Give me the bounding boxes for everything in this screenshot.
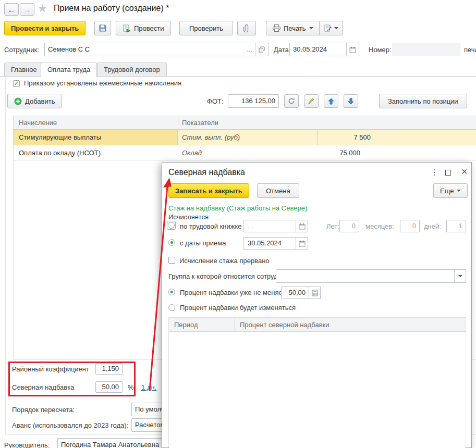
- calendar-icon[interactable]: [346, 43, 359, 56]
- arrow-down-icon: [348, 98, 354, 105]
- cell-accrual[interactable]: Стимулирующие выплаты: [14, 130, 178, 145]
- hire-date-field[interactable]: 30.05.2024: [243, 237, 308, 250]
- date-value[interactable]: 30.05.2024: [290, 43, 346, 56]
- cell-accrual[interactable]: Оплата по окладу (НСОТ): [14, 145, 178, 161]
- fot-field[interactable]: 136 125,00: [228, 94, 279, 108]
- print-label: Печать: [284, 24, 306, 32]
- table-row[interactable]: Оплата по окладу (НСОТ) Оклад 75 000: [14, 145, 476, 161]
- forward-arrow-icon: →: [23, 5, 31, 14]
- more-label: Еще: [440, 187, 454, 195]
- periods-table-body[interactable]: [169, 332, 466, 448]
- cancel-label: Отмена: [266, 187, 290, 195]
- north-bonus-dialog: Северная надбавка ⋮ × Записать и закрыть…: [162, 162, 472, 448]
- page-title: Прием на работу (создание) *: [54, 4, 169, 13]
- check-button[interactable]: Проверить: [179, 21, 233, 35]
- tab-salary-label: Оплата труда: [47, 66, 90, 73]
- manager-field[interactable]: Погодина Тамара Анатольевна: [57, 438, 169, 448]
- post-button[interactable]: Провести: [116, 21, 171, 35]
- cell-value[interactable]: 7 500: [319, 133, 371, 141]
- experience-link[interactable]: Стаж на надбавку (Стаж работы на Севере): [168, 204, 307, 212]
- percent-field[interactable]: 50,00: [281, 287, 309, 299]
- print-button[interactable]: Печать: [266, 21, 320, 35]
- tab-main-label: Главное: [11, 66, 37, 73]
- close-icon[interactable]: ×: [461, 166, 468, 177]
- fill-by-position-button[interactable]: Заполнить по позиции: [379, 94, 467, 108]
- attachments-button[interactable]: [237, 21, 256, 35]
- tab-contract-label: Трудовой договор: [104, 66, 160, 73]
- manager-label: Руководитель:: [4, 441, 50, 448]
- workbook-date-field[interactable]: . .: [243, 220, 308, 232]
- percent-fixed-radio[interactable]: [168, 289, 175, 297]
- column-header-indicators[interactable]: Показатели: [182, 119, 218, 127]
- date-field[interactable]: 30.05.2024: [289, 43, 359, 56]
- cell-divider: [372, 130, 372, 145]
- monthly-accruals-checkbox[interactable]: ✓: [13, 79, 20, 87]
- cell-indicator[interactable]: Оклад: [182, 149, 202, 157]
- cell-indicator[interactable]: Стим. выпл. (руб): [182, 133, 240, 141]
- app-window: ← → ★ Прием на работу (создание) * Прове…: [0, 0, 476, 448]
- fill-by-position-label: Заполнить по позиции: [388, 97, 458, 105]
- recalc-order-label: Порядок пересчета:: [12, 406, 75, 414]
- workbook-radio[interactable]: [167, 221, 176, 230]
- add-label: Добавить: [25, 97, 55, 105]
- open-item-icon[interactable]: [255, 43, 268, 56]
- dialog-menu-icon[interactable]: ⋮: [430, 168, 438, 177]
- hire-date-radio-label: с даты приема: [180, 239, 226, 247]
- cancel-button[interactable]: Отмена: [257, 183, 299, 198]
- column-divider[interactable]: [178, 116, 178, 130]
- months-field[interactable]: 0: [400, 220, 420, 232]
- days-label: дней:: [424, 222, 441, 230]
- move-up-button[interactable]: [324, 94, 338, 108]
- periods-table-header: Период Процент северной надбавки: [169, 318, 466, 332]
- back-arrow-icon: ←: [8, 5, 16, 14]
- create-based-on-button[interactable]: [319, 21, 343, 35]
- number-field[interactable]: [393, 43, 460, 56]
- maximize-icon[interactable]: [445, 170, 451, 176]
- column-header-accrual[interactable]: Начисление: [19, 119, 57, 127]
- group-label: Группа к которой относится сотрудник:: [168, 272, 290, 280]
- save-and-close-button[interactable]: Записать и закрыть: [168, 183, 249, 198]
- nav-back-button[interactable]: ←: [4, 3, 19, 16]
- days-field[interactable]: 1: [446, 220, 466, 232]
- percent-fixed-radio-label: Процент надбавки уже не меняется: [180, 289, 292, 296]
- hire-date-radio[interactable]: [168, 239, 175, 247]
- calendar-icon[interactable]: [296, 220, 308, 232]
- checkmark-icon: ✓: [14, 80, 19, 86]
- employee-field[interactable]: Семенов С С ...: [44, 43, 268, 56]
- column-header-period[interactable]: Период: [174, 321, 198, 329]
- calculated-label: Исчисляется:: [168, 213, 211, 221]
- tab-contract[interactable]: Трудовой договор: [97, 63, 167, 76]
- more-button[interactable]: Еще: [433, 183, 468, 198]
- post-and-close-button[interactable]: Провести и закрыть: [4, 21, 86, 35]
- tab-main[interactable]: Главное: [4, 63, 44, 76]
- calendar-icon[interactable]: [296, 238, 308, 249]
- ellipsis-choose-icon[interactable]: ...: [244, 43, 255, 56]
- years-field[interactable]: 0: [339, 220, 359, 232]
- edit-pencil-button[interactable]: [304, 94, 319, 108]
- favorite-star-icon[interactable]: ★: [38, 2, 47, 15]
- save-and-close-label: Записать и закрыть: [175, 187, 242, 195]
- table-row-selected[interactable]: Стимулирующие выплаты Стим. выпл. (руб) …: [14, 130, 476, 145]
- chevron-down-icon: [457, 190, 461, 194]
- north-bonus-days-link[interactable]: 1 дн.: [141, 383, 156, 391]
- dropdown-icon[interactable]: [454, 270, 466, 282]
- add-button[interactable]: Добавить: [7, 94, 62, 108]
- save-button[interactable]: [94, 21, 111, 35]
- interrupted-checkbox[interactable]: [168, 257, 175, 265]
- employee-value[interactable]: Семенов С С: [45, 43, 244, 56]
- refresh-button[interactable]: [284, 94, 299, 108]
- tab-salary[interactable]: Оплата труда: [41, 63, 97, 77]
- percent-change-radio[interactable]: [168, 304, 175, 313]
- arrow-up-icon: [328, 98, 334, 105]
- nav-forward-button[interactable]: →: [20, 3, 34, 16]
- cell-value[interactable]: 75 000: [238, 149, 360, 157]
- fot-label: ФОТ:: [207, 97, 224, 105]
- column-header-percent[interactable]: Процент северной надбавки: [240, 321, 329, 329]
- group-combo[interactable]: [276, 269, 466, 283]
- months-label: месяцев:: [365, 222, 394, 230]
- move-down-button[interactable]: [344, 94, 358, 108]
- calculator-icon[interactable]: [309, 287, 321, 299]
- hire-date-value[interactable]: 30.05.2024: [243, 238, 296, 249]
- pencil-icon: [308, 97, 315, 105]
- export-doc-icon: [324, 24, 332, 32]
